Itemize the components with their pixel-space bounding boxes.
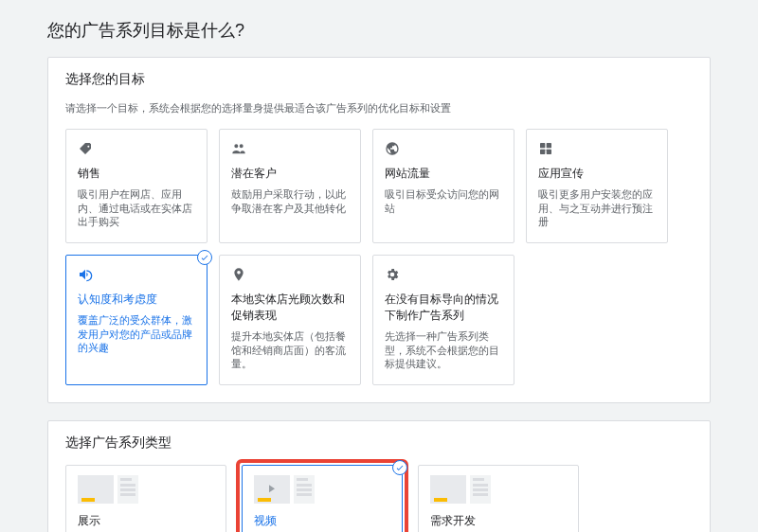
svg-rect-1 (547, 143, 551, 148)
type-card-title: 需求开发 (430, 513, 567, 529)
goal-card-title: 网站流量 (385, 166, 502, 182)
goal-card-2[interactable]: 网站流量吸引目标受众访问您的网站 (372, 129, 514, 243)
goal-panel-title: 选择您的目标 (65, 71, 693, 88)
goal-card-desc: 提升本地实体店（包括餐馆和经销商店面）的客流量。 (231, 329, 349, 371)
type-card-2[interactable]: 需求开发投放图片广告和视频广告，在 YouTube、Google 探索和 Gma… (418, 465, 579, 532)
goal-card-desc: 先选择一种广告系列类型，系统不会根据您的目标提供建议。 (385, 329, 502, 371)
type-card-wrap-1: 视频在 YouTube 上吸引观众并获得转化 (242, 465, 403, 532)
page-title: 您的广告系列目标是什么? (47, 19, 711, 42)
type-card-title: 视频 (254, 513, 390, 529)
goal-card-desc: 吸引目标受众访问您的网站 (385, 187, 502, 215)
selected-check-icon (392, 460, 407, 475)
goal-card-3[interactable]: 应用宣传吸引更多用户安装您的应用、与之互动并进行预注册 (526, 129, 668, 243)
type-card-0[interactable]: 展示运用引人入胜的广告素材，在 300 万个网站和应用中覆盖客户 (65, 465, 226, 532)
selected-check-icon (197, 250, 212, 265)
users-icon (231, 141, 349, 158)
goal-card-desc: 鼓励用户采取行动，以此争取潜在客户及其他转化 (231, 187, 349, 215)
goal-card-title: 应用宣传 (538, 166, 656, 182)
goal-card-desc: 吸引用户在网店、应用内、通过电话或在实体店出手购买 (78, 187, 195, 229)
goal-card-0[interactable]: 销售吸引用户在网店、应用内、通过电话或在实体店出手购买 (65, 129, 208, 243)
goal-card-title: 潜在客户 (231, 166, 349, 182)
svg-rect-0 (540, 143, 545, 148)
type-card-title: 展示 (78, 513, 214, 529)
goal-card-4[interactable]: 认知度和考虑度覆盖广泛的受众群体，激发用户对您的产品或品牌的兴趣 (65, 255, 208, 385)
app-icon (538, 141, 656, 158)
type-card-1[interactable]: 视频在 YouTube 上吸引观众并获得转化 (242, 465, 403, 532)
goal-grid: 销售吸引用户在网店、应用内、通过电话或在实体店出手购买潜在客户鼓励用户采取行动，… (65, 129, 693, 385)
gear-icon (385, 267, 502, 284)
type-grid: 展示运用引人入胜的广告素材，在 300 万个网站和应用中覆盖客户视频在 YouT… (65, 465, 693, 532)
tag-icon (78, 141, 195, 158)
svg-rect-3 (547, 150, 551, 154)
goal-card-desc: 吸引更多用户安装您的应用、与之互动并进行预注册 (538, 187, 656, 229)
display-thumb-icon (78, 475, 214, 504)
goal-card-title: 销售 (78, 166, 195, 182)
type-card-wrap-2: 需求开发投放图片广告和视频广告，在 YouTube、Google 探索和 Gma… (418, 465, 579, 532)
goal-card-title: 在没有目标导向的情况下制作广告系列 (385, 292, 502, 324)
goal-card-1[interactable]: 潜在客户鼓励用户采取行动，以此争取潜在客户及其他转化 (219, 129, 361, 243)
goal-card-5[interactable]: 本地实体店光顾次数和促销表现提升本地实体店（包括餐馆和经销商店面）的客流量。 (219, 255, 361, 385)
speaker-icon (78, 267, 195, 284)
goal-card-title: 本地实体店光顾次数和促销表现 (231, 292, 349, 324)
goal-card-title: 认知度和考虑度 (78, 292, 195, 308)
goal-card-6[interactable]: 在没有目标导向的情况下制作广告系列先选择一种广告系列类型，系统不会根据您的目标提… (372, 255, 514, 385)
type-panel-title: 选择广告系列类型 (65, 434, 693, 452)
type-panel: 选择广告系列类型 展示运用引人入胜的广告素材，在 300 万个网站和应用中覆盖客… (47, 420, 711, 532)
goal-panel: 选择您的目标 请选择一个目标，系统会根据您的选择量身提供最适合该广告系列的优化目… (47, 57, 711, 403)
goal-panel-desc: 请选择一个目标，系统会根据您的选择量身提供最适合该广告系列的优化目标和设置 (65, 101, 693, 115)
video-thumb-icon (254, 475, 390, 504)
pin-icon (231, 267, 349, 284)
svg-rect-2 (540, 150, 545, 154)
type-card-wrap-0: 展示运用引人入胜的广告素材，在 300 万个网站和应用中覆盖客户 (65, 465, 226, 532)
display-thumb-icon (430, 475, 567, 504)
globe-icon (385, 141, 502, 158)
goal-card-desc: 覆盖广泛的受众群体，激发用户对您的产品或品牌的兴趣 (78, 313, 195, 355)
